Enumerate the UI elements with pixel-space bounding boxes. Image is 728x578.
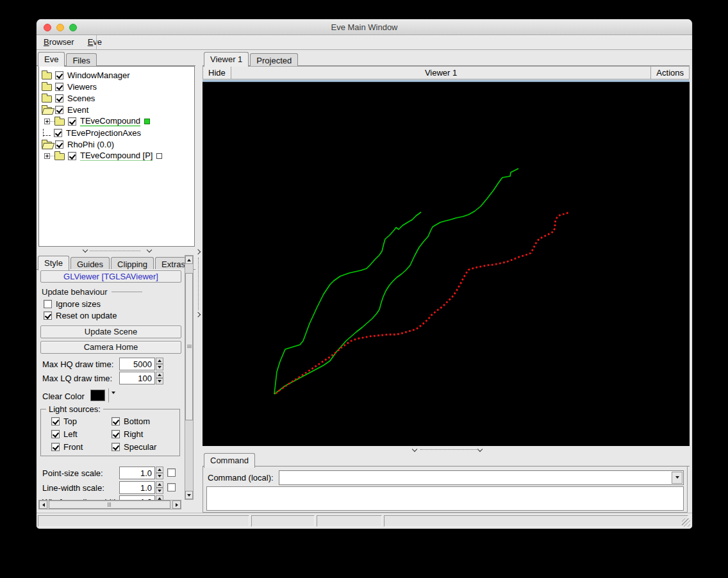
close-button[interactable] — [44, 24, 51, 31]
spin-down-button[interactable] — [156, 488, 163, 494]
tree-checkbox[interactable] — [68, 117, 76, 126]
field-label: Max LQ draw time: — [42, 374, 112, 383]
track-green-short[interactable] — [274, 212, 421, 394]
spin-value[interactable]: 1.0 — [119, 495, 155, 500]
tab-projected[interactable]: Projected — [250, 53, 298, 66]
light-right[interactable]: Right — [112, 429, 176, 439]
scroll-left-button[interactable] — [39, 500, 47, 509]
checkbox[interactable] — [51, 443, 60, 451]
folder-open-icon — [42, 107, 52, 114]
tab-guides[interactable]: Guides — [70, 257, 110, 270]
clear-color-swatch[interactable] — [90, 390, 105, 401]
panel-splitter[interactable] — [195, 50, 202, 513]
tree-item-tevecompound[interactable]: TEveCompound — [39, 115, 194, 127]
style-vertical-scrollbar[interactable] — [185, 255, 194, 500]
spin-up-button[interactable] — [156, 358, 163, 364]
hide-button[interactable]: Hide — [203, 67, 231, 79]
expander-icon[interactable] — [44, 119, 50, 124]
spin-up-button[interactable] — [156, 481, 163, 488]
checkbox[interactable] — [51, 430, 60, 438]
option-reset-on-update[interactable]: Reset on update — [44, 311, 117, 320]
track-green-long[interactable] — [274, 169, 518, 394]
tree-checkbox[interactable] — [55, 83, 63, 91]
tab-style[interactable]: Style — [38, 256, 69, 270]
tree-item-teveprojectionaxes[interactable]: TEveProjectionAxes — [39, 127, 194, 138]
spin-up-button[interactable] — [156, 372, 163, 378]
checkbox[interactable] — [44, 300, 52, 308]
tree-item-rhophi-0-0[interactable]: RhoPhi (0.0) — [39, 138, 194, 150]
bottom-splitter[interactable] — [203, 446, 690, 452]
menu-eve[interactable]: Eve — [81, 35, 108, 49]
checkbox[interactable] — [51, 417, 60, 425]
titlebar[interactable]: Eve Main Window — [37, 19, 692, 35]
scroll-right-button[interactable] — [172, 500, 181, 509]
clear-color-row: Clear Color — [40, 390, 185, 402]
minimize-button[interactable] — [56, 24, 64, 31]
checkbox[interactable] — [112, 417, 120, 425]
menu-browser[interactable]: Browser — [37, 35, 81, 49]
checkbox[interactable] — [44, 311, 52, 320]
tree-item-event[interactable]: Event — [39, 104, 194, 115]
command-input[interactable] — [279, 471, 671, 484]
tree-item-scenes[interactable]: Scenes — [39, 92, 194, 104]
style-horizontal-scrollbar[interactable] — [38, 500, 181, 509]
spin-value[interactable]: 5000 — [119, 358, 155, 370]
tree-checkbox[interactable] — [55, 71, 63, 79]
glviewer-button[interactable]: GLViewer [TGLSAViewer] — [40, 270, 181, 283]
spin-up-button[interactable] — [156, 467, 163, 473]
status-cell — [38, 515, 249, 527]
spin-down-button[interactable] — [156, 473, 163, 479]
tree-item-viewers[interactable]: Viewers — [39, 81, 194, 92]
tab-command[interactable]: Command — [204, 453, 255, 468]
spin-down-button[interactable] — [156, 378, 163, 384]
checkbox[interactable] — [112, 430, 120, 438]
command-history-dropdown[interactable] — [672, 472, 682, 484]
resize-grip[interactable] — [682, 518, 690, 527]
light-top[interactable]: Top — [51, 417, 112, 426]
update-behaviour-title: Update behaviour — [42, 287, 142, 297]
menubar-divider — [96, 35, 97, 49]
compound-marker — [144, 119, 150, 124]
tab-clipping[interactable]: Clipping — [111, 257, 154, 270]
checkbox[interactable] — [112, 443, 120, 451]
scale-checkbox[interactable] — [167, 468, 176, 477]
tree-checkbox[interactable] — [55, 94, 63, 103]
actions-button[interactable]: Actions — [650, 67, 689, 79]
tree-connector — [50, 156, 54, 156]
tree-item-windowmanager[interactable]: WindowManager — [39, 69, 194, 81]
expander-icon[interactable] — [44, 153, 50, 159]
tab-files[interactable]: Files — [66, 53, 96, 66]
folder-open-icon — [42, 142, 52, 149]
update-scene-button[interactable]: Update Scene — [40, 326, 181, 338]
vertical-scroll-thumb[interactable] — [185, 273, 193, 420]
tab-viewer-1[interactable]: Viewer 1 — [204, 52, 249, 67]
tab-eve[interactable]: Eve — [38, 52, 65, 67]
light-specular[interactable]: Specular — [112, 442, 176, 452]
tree-item-tevecompound-p[interactable]: TEveCompound [P] — [39, 150, 194, 161]
tree-checkbox[interactable] — [55, 140, 63, 149]
scroll-down-button[interactable] — [185, 491, 193, 499]
checkbox-label: Bottom — [124, 417, 150, 426]
tree-checkbox[interactable] — [55, 106, 63, 114]
horizontal-scroll-thumb[interactable] — [49, 500, 170, 509]
scroll-up-button[interactable] — [185, 256, 193, 264]
spin-value[interactable]: 1.0 — [119, 467, 155, 479]
spin-down-button[interactable] — [156, 364, 163, 370]
horizontal-splitter[interactable] — [38, 247, 195, 255]
clear-color-dropdown-icon[interactable] — [112, 394, 115, 404]
spin-value[interactable]: 100 — [119, 372, 155, 384]
tree-checkbox[interactable] — [68, 152, 76, 160]
light-left[interactable]: Left — [51, 429, 112, 439]
tree-checkbox[interactable] — [54, 129, 62, 137]
zoom-button[interactable] — [69, 24, 77, 31]
command-tabbar: Command — [203, 452, 690, 467]
option-ignore-sizes[interactable]: Ignore sizes — [44, 299, 101, 309]
light-bottom[interactable]: Bottom — [112, 417, 176, 426]
gl-viewer-canvas[interactable] — [203, 82, 690, 446]
light-front[interactable]: Front — [51, 442, 112, 452]
scale-checkbox[interactable] — [167, 483, 176, 491]
field-label: Line-width scale: — [42, 483, 104, 493]
camera-home-button[interactable]: Camera Home — [40, 341, 181, 354]
spin-up-button[interactable] — [156, 495, 163, 500]
spin-value[interactable]: 1.0 — [119, 481, 155, 494]
